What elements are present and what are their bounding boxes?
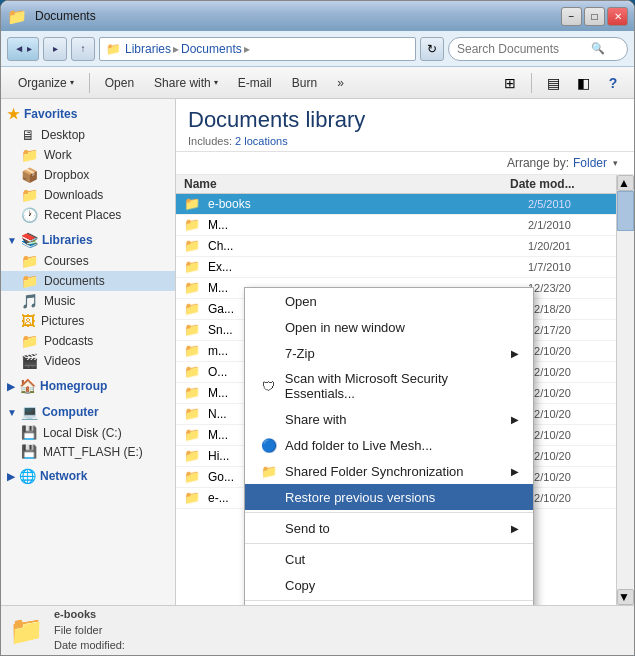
refresh-button[interactable]: ↻ [420,37,444,61]
file-folder-icon: 📁 [184,490,204,506]
locations-link[interactable]: 2 locations [235,135,288,147]
help-button[interactable]: ? [600,71,626,95]
ctx-cut[interactable]: Cut [245,546,533,572]
libraries-section: ▼ 📚 Libraries 📁 Courses 📁 Documents 🎵 Mu… [1,229,175,371]
network-label: Network [40,469,87,483]
breadcrumb-libraries[interactable]: Libraries [125,42,171,56]
arrange-folder-link[interactable]: Folder [573,156,607,170]
col-date-header: Date mod... [510,177,590,191]
table-row[interactable]: 📁 Ex... 1/7/2010 [176,257,616,278]
close-button[interactable]: ✕ [607,7,628,26]
ctx-open-new[interactable]: Open in new window [245,314,533,340]
sidebar-item-pictures[interactable]: 🖼 Pictures [1,311,175,331]
search-box[interactable]: 🔍 [448,37,628,61]
main-area: ★ Favorites 🖥 Desktop 📁 Work 📦 Dropbox 📁 [1,99,634,605]
file-folder-icon: 📁 [184,301,204,317]
ctx-item-label: Share with [285,412,346,427]
table-row[interactable]: 📁 e-books 2/5/2010 [176,194,616,215]
toolbar: Organize ▾ Open Share with ▾ E-mail Burn… [1,67,634,99]
scroll-thumb[interactable] [617,191,634,231]
sidebar-item-videos[interactable]: 🎬 Videos [1,351,175,371]
breadcrumb-documents[interactable]: Documents [181,42,242,56]
favorites-header[interactable]: ★ Favorites [1,103,175,125]
window-title: Documents [35,9,96,23]
ctx-sendto[interactable]: Send to▶ [245,515,533,541]
file-folder-icon: 📁 [184,217,204,233]
ctx-item-label: 7-Zip [285,346,315,361]
sidebar-item-matt-flash[interactable]: 💾 MATT_FLASH (E:) [1,442,175,461]
sidebar-item-local-disk[interactable]: 💾 Local Disk (C:) [1,423,175,442]
context-menu: OpenOpen in new window7-Zip▶🛡Scan with M… [244,287,534,605]
preview-pane-button[interactable]: ◧ [570,71,596,95]
ctx-shortcut[interactable]: Create shortcut [245,603,533,605]
scrollbar[interactable]: ▲ ▼ [616,175,634,605]
ctx-restore[interactable]: Restore previous versions [245,484,533,510]
ctx-item-icon [259,489,279,505]
back-button[interactable]: ◄ ▸ [7,37,39,61]
downloads-folder-icon: 📁 [21,187,38,203]
status-file-type: File folder [54,623,125,638]
file-date-label: 12/10/20 [528,429,608,441]
sidebar-item-recent[interactable]: 🕐 Recent Places [1,205,175,225]
search-input[interactable] [457,42,587,56]
details-pane-button[interactable]: ▤ [540,71,566,95]
computer-label: Computer [42,405,99,419]
sidebar-item-desktop[interactable]: 🖥 Desktop [1,125,175,145]
library-subtitle: Includes: 2 locations [188,135,622,147]
scroll-up-button[interactable]: ▲ [617,175,634,191]
table-row[interactable]: 📁 M... 2/1/2010 [176,215,616,236]
more-button[interactable]: » [328,70,353,96]
sidebar-item-dropbox[interactable]: 📦 Dropbox [1,165,175,185]
open-button[interactable]: Open [96,70,143,96]
file-date-label: 12/10/20 [528,345,608,357]
homegroup-header[interactable]: ▶ 🏠 Homegroup [1,375,175,397]
ctx-livemesh[interactable]: 🔵Add folder to Live Mesh... [245,432,533,458]
minimize-button[interactable]: − [561,7,582,26]
context-menu-separator [245,600,533,601]
sidebar-item-music[interactable]: 🎵 Music [1,291,175,311]
file-name-label: M... [208,218,528,232]
dropbox-label: Dropbox [44,168,89,182]
share-with-button[interactable]: Share with ▾ [145,70,227,96]
libraries-icon: 📚 [21,232,38,248]
star-icon: ★ [7,106,20,122]
ctx-item-label: Open [285,294,317,309]
ctx-scan[interactable]: 🛡Scan with Microsoft Security Essentials… [245,366,533,406]
organize-button[interactable]: Organize ▾ [9,70,83,96]
libraries-label: Libraries [42,233,93,247]
computer-header[interactable]: ▼ 💻 Computer [1,401,175,423]
up-button[interactable]: ↑ [71,37,95,61]
maximize-button[interactable]: □ [584,7,605,26]
ctx-sync[interactable]: 📁Shared Folder Synchronization▶ [245,458,533,484]
status-file-name: e-books [54,607,125,622]
sidebar-item-podcasts[interactable]: 📁 Podcasts [1,331,175,351]
libraries-header[interactable]: ▼ 📚 Libraries [1,229,175,251]
ctx-open[interactable]: Open [245,288,533,314]
table-row[interactable]: 📁 Ch... 1/20/201 [176,236,616,257]
sidebar-item-courses[interactable]: 📁 Courses [1,251,175,271]
ctx-copy[interactable]: Copy [245,572,533,598]
matt-flash-label: MATT_FLASH (E:) [43,445,143,459]
scroll-down-button[interactable]: ▼ [617,589,634,605]
ctx-share[interactable]: Share with▶ [245,406,533,432]
toolbar-right: ⊞ ▤ ◧ ? [497,71,626,95]
desktop-label: Desktop [41,128,85,142]
sidebar-item-downloads[interactable]: 📁 Downloads [1,185,175,205]
ctx-7zip[interactable]: 7-Zip▶ [245,340,533,366]
computer-collapse-icon: ▼ [7,407,17,418]
view-toggle-button[interactable]: ⊞ [497,71,523,95]
ctx-item-label: Copy [285,578,315,593]
ctx-item-content: Share with [259,411,346,427]
file-date-label: 12/10/20 [528,450,608,462]
breadcrumb[interactable]: 📁 Libraries ▸ Documents ▸ [99,37,416,61]
music-label: Music [44,294,75,308]
email-button[interactable]: E-mail [229,70,281,96]
ctx-item-content: 📁Shared Folder Synchronization [259,463,464,479]
sidebar-item-work[interactable]: 📁 Work [1,145,175,165]
burn-button[interactable]: Burn [283,70,326,96]
network-header[interactable]: ▶ 🌐 Network [1,465,175,487]
sidebar-item-documents[interactable]: 📁 Documents [1,271,175,291]
forward-button[interactable]: ▸ [43,37,67,61]
favorites-section: ★ Favorites 🖥 Desktop 📁 Work 📦 Dropbox 📁 [1,103,175,225]
file-folder-icon: 📁 [184,238,204,254]
